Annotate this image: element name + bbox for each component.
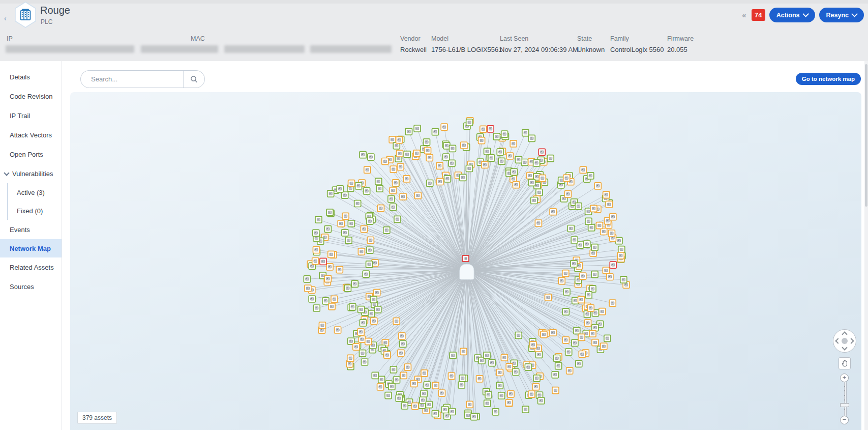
network-map-canvas[interactable]: 379 assets + − bbox=[70, 92, 861, 430]
map-node[interactable] bbox=[450, 145, 456, 152]
search-input[interactable] bbox=[90, 75, 183, 83]
map-node[interactable] bbox=[388, 196, 395, 203]
map-node[interactable] bbox=[403, 176, 410, 182]
map-node[interactable] bbox=[425, 147, 431, 154]
map-node[interactable] bbox=[471, 414, 477, 420]
sidebar-item-sources[interactable]: Sources bbox=[0, 277, 62, 296]
map-node[interactable] bbox=[414, 192, 421, 199]
map-node[interactable] bbox=[401, 403, 408, 409]
map-node[interactable] bbox=[587, 305, 594, 311]
map-node[interactable] bbox=[342, 213, 349, 219]
map-node[interactable] bbox=[442, 407, 448, 413]
map-node[interactable] bbox=[400, 340, 406, 347]
map-node[interactable] bbox=[482, 161, 488, 168]
map-node[interactable] bbox=[349, 304, 356, 310]
map-node[interactable] bbox=[396, 137, 403, 144]
map-node[interactable] bbox=[412, 403, 418, 410]
map-node[interactable] bbox=[413, 150, 420, 157]
map-pan-pad[interactable] bbox=[833, 329, 856, 353]
page-scrollbar[interactable] bbox=[864, 61, 868, 430]
map-node[interactable] bbox=[531, 197, 537, 204]
map-node[interactable] bbox=[372, 372, 378, 379]
back-icon[interactable]: ‹ bbox=[4, 14, 7, 22]
map-node[interactable] bbox=[368, 154, 374, 160]
map-node[interactable] bbox=[511, 168, 517, 175]
map-node[interactable] bbox=[587, 173, 594, 179]
map-node[interactable] bbox=[497, 149, 503, 155]
map-node[interactable] bbox=[326, 209, 333, 216]
map-node[interactable] bbox=[585, 320, 591, 326]
map-node[interactable] bbox=[478, 137, 485, 144]
map-node[interactable] bbox=[367, 218, 373, 224]
map-node[interactable] bbox=[390, 204, 397, 211]
zoom-in-button[interactable]: + bbox=[840, 374, 849, 382]
sidebar-item-details[interactable]: Details bbox=[0, 67, 62, 87]
map-node[interactable] bbox=[365, 338, 372, 345]
map-node[interactable] bbox=[585, 218, 592, 224]
map-node[interactable] bbox=[466, 401, 473, 408]
map-node[interactable] bbox=[396, 395, 402, 402]
sidebar-item-active-3[interactable]: Active (3) bbox=[8, 183, 62, 202]
map-node[interactable] bbox=[506, 399, 513, 406]
map-node[interactable] bbox=[312, 258, 319, 265]
map-node[interactable] bbox=[397, 150, 403, 157]
map-node[interactable] bbox=[539, 175, 546, 182]
map-node[interactable] bbox=[313, 305, 320, 311]
map-node[interactable] bbox=[394, 216, 401, 222]
map-node[interactable] bbox=[498, 158, 505, 164]
pan-left-icon[interactable] bbox=[835, 338, 841, 343]
map-node[interactable] bbox=[515, 156, 522, 163]
map-node[interactable] bbox=[371, 318, 377, 324]
map-node[interactable] bbox=[384, 352, 391, 358]
go-to-network-map-button[interactable]: Go to network map bbox=[796, 73, 861, 85]
map-node[interactable] bbox=[589, 330, 596, 337]
map-node[interactable] bbox=[461, 142, 467, 149]
map-node[interactable] bbox=[496, 382, 503, 389]
map-node[interactable] bbox=[443, 154, 450, 160]
map-node[interactable] bbox=[492, 409, 499, 415]
sidebar-item-vulnerabilities[interactable]: Vulnerabilities bbox=[0, 164, 62, 183]
map-node[interactable] bbox=[320, 258, 326, 265]
map-node[interactable] bbox=[360, 350, 366, 357]
map-node[interactable] bbox=[562, 270, 569, 277]
map-node[interactable] bbox=[399, 333, 405, 339]
map-node[interactable] bbox=[555, 363, 562, 369]
sidebar-item-network-map[interactable]: Network Map bbox=[0, 239, 62, 257]
map-node[interactable] bbox=[326, 264, 333, 270]
map-node[interactable] bbox=[355, 183, 362, 189]
map-node[interactable] bbox=[361, 226, 368, 233]
map-node[interactable] bbox=[487, 126, 494, 132]
map-node[interactable] bbox=[565, 349, 572, 355]
map-node[interactable] bbox=[594, 183, 601, 189]
map-node[interactable] bbox=[367, 247, 373, 253]
map-node[interactable] bbox=[424, 382, 430, 388]
map-node[interactable] bbox=[337, 186, 343, 192]
map-node[interactable] bbox=[366, 261, 373, 268]
map-node[interactable] bbox=[488, 155, 495, 161]
map-node[interactable] bbox=[354, 200, 361, 207]
map-node[interactable] bbox=[554, 355, 560, 362]
map-node[interactable] bbox=[426, 155, 433, 161]
map-node[interactable] bbox=[336, 267, 343, 273]
map-node[interactable] bbox=[571, 261, 577, 267]
map-node[interactable] bbox=[604, 335, 611, 341]
map-node[interactable] bbox=[394, 377, 400, 383]
map-node[interactable] bbox=[606, 201, 612, 208]
map-node[interactable] bbox=[592, 339, 598, 346]
map-node[interactable] bbox=[358, 306, 365, 313]
map-node[interactable] bbox=[550, 329, 556, 336]
map-node[interactable] bbox=[450, 352, 456, 359]
map-node[interactable] bbox=[367, 237, 374, 244]
map-node[interactable] bbox=[375, 306, 381, 313]
map-node[interactable] bbox=[322, 298, 329, 304]
map-node[interactable] bbox=[363, 271, 369, 277]
map-node[interactable] bbox=[331, 296, 338, 302]
map-node[interactable] bbox=[406, 128, 412, 135]
map-node[interactable] bbox=[390, 366, 397, 373]
map-node[interactable] bbox=[596, 222, 603, 229]
map-node[interactable] bbox=[390, 166, 397, 173]
map-node[interactable] bbox=[480, 126, 487, 132]
map-node[interactable] bbox=[421, 370, 428, 377]
map-node[interactable] bbox=[351, 280, 358, 287]
map-node[interactable] bbox=[441, 124, 447, 130]
